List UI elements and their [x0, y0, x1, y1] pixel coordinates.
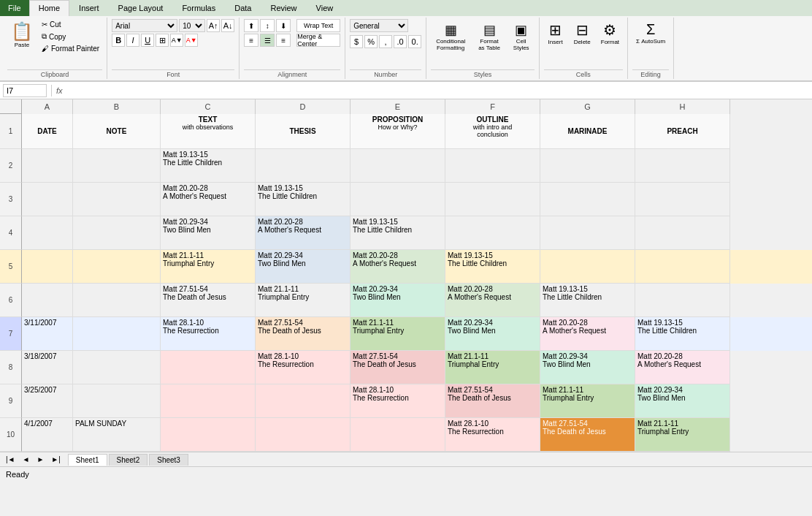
row-num-7[interactable]: 7 — [0, 317, 22, 351]
cell-2e[interactable] — [351, 149, 445, 183]
autosum-button[interactable]: Σ Σ AutoSum — [632, 19, 669, 47]
cell-9f[interactable]: Matt 27.51-54The Death of Jesus — [445, 384, 540, 418]
cell-6e[interactable]: Matt 20.29-34Two Blind Men — [351, 284, 445, 317]
row-num-4[interactable]: 4 — [0, 216, 22, 250]
cell-3g[interactable] — [540, 183, 635, 216]
fill-color-button[interactable]: A▼ — [170, 34, 183, 47]
font-name-select[interactable]: Arial — [112, 19, 177, 32]
cell-1d[interactable]: THESIS — [256, 114, 351, 149]
col-header-h[interactable]: H — [635, 99, 730, 114]
align-bottom-button[interactable]: ⬇ — [276, 19, 291, 32]
cell-5e[interactable]: Matt 20.20-28A Mother's Request — [351, 250, 445, 284]
cell-2a[interactable] — [22, 149, 73, 183]
align-right-button[interactable]: ≡ — [276, 34, 291, 47]
prev-sheet-button[interactable]: ◄ — [20, 455, 33, 464]
row-num-10[interactable]: 10 — [0, 418, 22, 452]
cell-1b[interactable]: NOTE — [73, 114, 161, 149]
cell-10h[interactable]: Matt 21.1-11Triumphal Entry — [635, 418, 730, 452]
cell-7a[interactable]: 3/11/2007 — [22, 317, 73, 351]
cut-button[interactable]: ✂ Cut — [39, 19, 102, 30]
cell-7f[interactable]: Matt 20.29-34Two Blind Men — [445, 317, 540, 351]
last-sheet-button[interactable]: ►| — [48, 455, 64, 464]
tab-file[interactable]: File — [0, 0, 29, 16]
cell-3a[interactable] — [22, 183, 73, 216]
cell-5h[interactable] — [635, 250, 730, 284]
conditional-formatting-button[interactable]: ▦ ConditionalFormatting — [431, 19, 470, 54]
cell-5b[interactable] — [73, 250, 161, 284]
cell-1g[interactable]: MARINADE — [540, 114, 635, 149]
cell-7c[interactable]: Matt 28.1-10The Resurrection — [161, 317, 256, 351]
col-header-b[interactable]: B — [73, 99, 161, 114]
cell-2b[interactable] — [73, 149, 161, 183]
cell-8a[interactable]: 3/18/2007 — [22, 351, 73, 384]
tab-formulas[interactable]: Formulas — [172, 0, 225, 16]
cell-4c[interactable]: Matt 20.29-34Two Blind Men — [161, 216, 256, 250]
cell-9d[interactable] — [256, 384, 351, 418]
font-grow-button[interactable]: A↑ — [207, 19, 220, 32]
tab-page-layout[interactable]: Page Layout — [109, 0, 173, 16]
cell-3f[interactable] — [445, 183, 540, 216]
font-size-select[interactable]: 10 — [179, 19, 205, 32]
row-num-1[interactable]: 1 — [0, 114, 22, 149]
percent-button[interactable]: % — [364, 35, 378, 48]
cell-4g[interactable] — [540, 216, 635, 250]
cell-6d[interactable]: Matt 21.1-11Triumphal Entry — [256, 284, 351, 317]
cell-8h[interactable]: Matt 20.20-28A Mother's Request — [635, 351, 730, 384]
border-button[interactable]: ⊞ — [156, 34, 169, 47]
cell-6b[interactable] — [73, 284, 161, 317]
insert-button[interactable]: ⊞ Insert — [544, 19, 567, 48]
cell-7h[interactable]: Matt 19.13-15The Little Children — [635, 317, 730, 351]
cell-8g[interactable]: Matt 20.29-34Two Blind Men — [540, 351, 635, 384]
cell-9g[interactable]: Matt 21.1-11Triumphal Entry — [540, 384, 635, 418]
cell-9e[interactable]: Matt 28.1-10The Resurrection — [351, 384, 445, 418]
cell-2f[interactable] — [445, 149, 540, 183]
cell-8b[interactable] — [73, 351, 161, 384]
cell-5c[interactable]: Matt 21.1-11Triumphal Entry — [161, 250, 256, 284]
cell-6c[interactable]: Matt 27.51-54The Death of Jesus — [161, 284, 256, 317]
comma-button[interactable]: , — [379, 35, 392, 48]
cell-9c[interactable] — [161, 384, 256, 418]
cell-1e[interactable]: PROPOSITIONHow or Why? — [351, 114, 445, 149]
row-num-3[interactable]: 3 — [0, 183, 22, 216]
cell-6a[interactable] — [22, 284, 73, 317]
cell-9a[interactable]: 3/25/2007 — [22, 384, 73, 418]
first-sheet-button[interactable]: |◄ — [3, 455, 18, 464]
decimal-increase-button[interactable]: .0 — [394, 35, 407, 48]
dollar-button[interactable]: $ — [350, 35, 363, 48]
number-format-select[interactable]: General — [350, 19, 408, 32]
next-sheet-button[interactable]: ► — [34, 455, 47, 464]
font-color-button[interactable]: A▼ — [185, 34, 198, 47]
cell-4h[interactable] — [635, 216, 730, 250]
row-num-8[interactable]: 8 — [0, 351, 22, 384]
cell-2g[interactable] — [540, 149, 635, 183]
col-header-c[interactable]: C — [161, 99, 256, 114]
paste-button[interactable]: 📋 Paste — [7, 19, 37, 50]
decimal-decrease-button[interactable]: 0. — [408, 35, 421, 48]
cell-9h[interactable]: Matt 20.29-34Two Blind Men — [635, 384, 730, 418]
tab-review[interactable]: Review — [261, 0, 306, 16]
cell-8c[interactable] — [161, 351, 256, 384]
tab-data[interactable]: Data — [225, 0, 261, 16]
row-num-5[interactable]: 5 — [0, 250, 22, 284]
cell-2d[interactable] — [256, 149, 351, 183]
format-painter-button[interactable]: 🖌 Format Painter — [39, 43, 102, 54]
cell-6h[interactable] — [635, 284, 730, 317]
copy-button[interactable]: ⧉ Copy — [39, 31, 102, 42]
cell-7g[interactable]: Matt 20.20-28A Mother's Request — [540, 317, 635, 351]
font-shrink-button[interactable]: A↓ — [221, 19, 234, 32]
cell-6g[interactable]: Matt 19.13-15The Little Children — [540, 284, 635, 317]
cell-10f[interactable]: Matt 28.1-10The Resurrection — [445, 418, 540, 452]
align-top-button[interactable]: ⬆ — [244, 19, 258, 32]
underline-button[interactable]: U — [141, 34, 154, 47]
cell-4f[interactable] — [445, 216, 540, 250]
sheet-tab-3[interactable]: Sheet3 — [149, 454, 188, 466]
cell-5a[interactable] — [22, 250, 73, 284]
sheet-tab-1[interactable]: Sheet1 — [68, 454, 107, 466]
cell-10b[interactable]: PALM SUNDAY — [73, 418, 161, 452]
tab-insert[interactable]: Insert — [69, 0, 109, 16]
sheet-tab-2[interactable]: Sheet2 — [109, 454, 148, 466]
cell-7b[interactable] — [73, 317, 161, 351]
cell-10a[interactable]: 4/1/2007 — [22, 418, 73, 452]
cell-2h[interactable] — [635, 149, 730, 183]
cell-1c[interactable]: TEXTwith observations — [161, 114, 256, 149]
